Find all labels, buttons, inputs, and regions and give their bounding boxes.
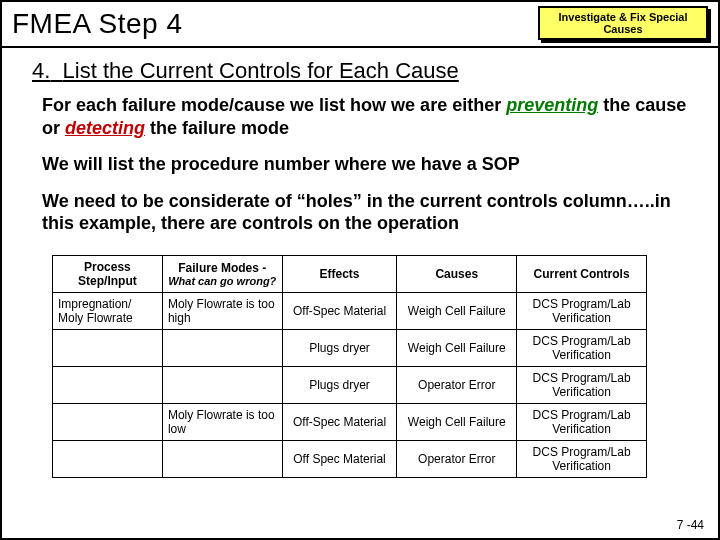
cell: [53, 440, 163, 477]
paragraph-1: For each failure mode/cause we list how …: [42, 94, 688, 139]
cell: [53, 403, 163, 440]
table-row: Off Spec Material Operator Error DCS Pro…: [53, 440, 647, 477]
section-number: 4.: [32, 58, 50, 83]
cell: DCS Program/Lab Verification: [517, 292, 647, 329]
cell: DCS Program/Lab Verification: [517, 366, 647, 403]
table-header-row: Process Step/Input Failure Modes - What …: [53, 255, 647, 292]
fmea-table-wrap: Process Step/Input Failure Modes - What …: [2, 249, 718, 478]
body-text: For each failure mode/cause we list how …: [2, 88, 718, 235]
cell: Plugs dryer: [282, 366, 397, 403]
cell: Weigh Cell Failure: [397, 403, 517, 440]
keyword-detecting: detecting: [65, 118, 145, 138]
cell: Weigh Cell Failure: [397, 292, 517, 329]
col-failure-modes-b: What can go wrong?: [168, 275, 277, 287]
badge-line2: Causes: [603, 23, 642, 35]
slide-title: FMEA Step 4: [12, 8, 182, 40]
paragraph-3: We need to be considerate of “holes” in …: [42, 190, 688, 235]
slide: FMEA Step 4 Investigate & Fix Special Ca…: [0, 0, 720, 540]
cell: [162, 329, 282, 366]
badge-box: Investigate & Fix Special Causes: [538, 6, 708, 40]
badge-line1: Investigate & Fix Special: [559, 11, 688, 23]
table-row: Moly Flowrate is too low Off-Spec Materi…: [53, 403, 647, 440]
paragraph-2: We will list the procedure number where …: [42, 153, 688, 176]
table-row: Plugs dryer Weigh Cell Failure DCS Progr…: [53, 329, 647, 366]
cell: [53, 329, 163, 366]
cell: Plugs dryer: [282, 329, 397, 366]
cell: Operator Error: [397, 366, 517, 403]
col-effects: Effects: [282, 255, 397, 292]
cell: Operator Error: [397, 440, 517, 477]
cell: Weigh Cell Failure: [397, 329, 517, 366]
cell: [162, 366, 282, 403]
table-row: Impregnation/ Moly Flowrate Moly Flowrat…: [53, 292, 647, 329]
title-bar: FMEA Step 4 Investigate & Fix Special Ca…: [2, 2, 718, 48]
section-heading-text: List the Current Controls for Each Cause: [63, 58, 459, 83]
p1-part-c: the failure mode: [145, 118, 289, 138]
cell: Off-Spec Material: [282, 403, 397, 440]
cell: DCS Program/Lab Verification: [517, 440, 647, 477]
col-process-step: Process Step/Input: [53, 255, 163, 292]
cell: Moly Flowrate is too low: [162, 403, 282, 440]
cell: [162, 440, 282, 477]
table-row: Plugs dryer Operator Error DCS Program/L…: [53, 366, 647, 403]
cell: DCS Program/Lab Verification: [517, 403, 647, 440]
col-failure-modes: Failure Modes - What can go wrong?: [162, 255, 282, 292]
keyword-preventing: preventing: [506, 95, 598, 115]
p1-part-a: For each failure mode/cause we list how …: [42, 95, 506, 115]
cell: Off Spec Material: [282, 440, 397, 477]
slide-number: 7 -44: [677, 518, 704, 532]
cell: DCS Program/Lab Verification: [517, 329, 647, 366]
col-causes: Causes: [397, 255, 517, 292]
cell: Moly Flowrate is too high: [162, 292, 282, 329]
badge: Investigate & Fix Special Causes: [538, 6, 708, 42]
cell: [53, 366, 163, 403]
col-failure-modes-a: Failure Modes -: [168, 261, 277, 275]
cell: Off-Spec Material: [282, 292, 397, 329]
section-heading: 4. List the Current Controls for Each Ca…: [2, 48, 718, 88]
fmea-table: Process Step/Input Failure Modes - What …: [52, 255, 647, 478]
col-current-controls: Current Controls: [517, 255, 647, 292]
cell: Impregnation/ Moly Flowrate: [53, 292, 163, 329]
table-body: Impregnation/ Moly Flowrate Moly Flowrat…: [53, 292, 647, 477]
